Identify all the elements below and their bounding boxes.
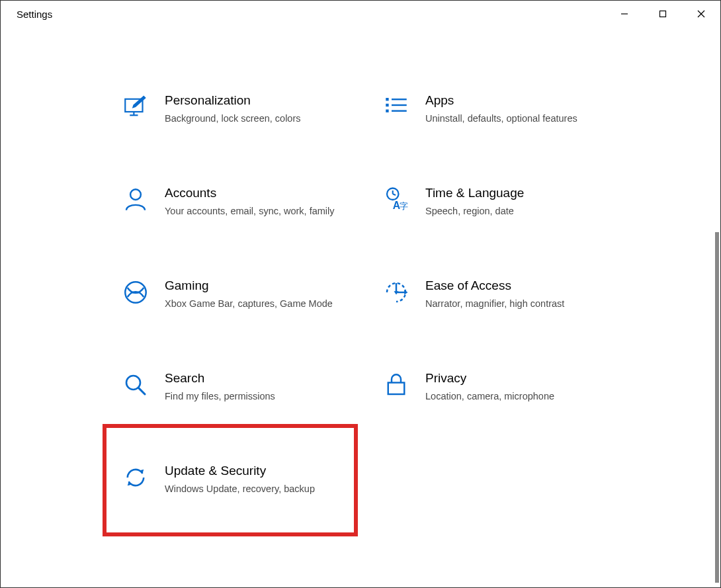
caption-buttons <box>605 1 720 27</box>
tile-desc: Windows Update, recovery, backup <box>165 482 337 496</box>
scrollbar[interactable] <box>715 232 719 583</box>
highlight-update-security: Update & Security Windows Update, recove… <box>103 424 358 536</box>
tile-update-security[interactable]: Update & Security Windows Update, recove… <box>113 457 347 510</box>
accounts-icon <box>122 186 149 214</box>
tile-desc: Speech, region, date <box>425 204 597 218</box>
tile-title: Gaming <box>165 278 341 293</box>
tile-desc: Uninstall, defaults, optional features <box>425 112 597 126</box>
time-language-icon: A 字 <box>382 186 410 214</box>
tile-title: Accounts <box>165 186 341 200</box>
svg-rect-1 <box>660 11 666 17</box>
update-security-icon <box>122 464 149 491</box>
tile-title: Personalization <box>165 93 341 108</box>
maximize-icon <box>658 9 667 19</box>
svg-line-16 <box>393 194 396 195</box>
tile-title: Ease of Access <box>425 278 601 293</box>
titlebar: Settings <box>1 1 720 27</box>
svg-rect-7 <box>386 98 388 101</box>
tile-privacy[interactable]: Privacy Location, camera, microphone <box>374 364 608 417</box>
tile-search[interactable]: Search Find my files, permissions <box>113 364 347 417</box>
tile-time-language[interactable]: A 字 Time & Language Speech, region, date <box>374 179 608 232</box>
tile-title: Update & Security <box>165 464 341 478</box>
tile-title: Search <box>165 371 341 386</box>
svg-rect-26 <box>388 383 405 395</box>
settings-content: Personalization Background, lock screen,… <box>1 27 720 510</box>
tile-desc: Narrator, magnifier, high contrast <box>425 297 597 311</box>
ease-of-access-icon <box>382 278 410 306</box>
tile-accounts[interactable]: Accounts Your accounts, email, sync, wor… <box>113 179 347 232</box>
privacy-icon <box>382 371 410 399</box>
tile-desc: Your accounts, email, sync, work, family <box>165 204 337 218</box>
svg-point-13 <box>130 189 141 200</box>
tile-apps[interactable]: Apps Uninstall, defaults, optional featu… <box>374 87 608 140</box>
maximize-button[interactable] <box>644 1 682 27</box>
minimize-icon <box>620 9 629 19</box>
settings-grid: Personalization Background, lock screen,… <box>113 87 608 510</box>
tile-gaming[interactable]: Gaming Xbox Game Bar, captures, Game Mod… <box>113 272 347 325</box>
window-title: Settings <box>17 9 52 20</box>
close-icon <box>697 9 706 19</box>
svg-line-25 <box>138 388 145 394</box>
apps-icon <box>382 93 410 121</box>
close-button[interactable] <box>682 1 720 27</box>
svg-text:字: 字 <box>400 201 408 211</box>
tile-desc: Xbox Game Bar, captures, Game Mode <box>165 297 337 311</box>
search-icon <box>122 371 149 399</box>
tile-title: Privacy <box>425 371 601 386</box>
personalization-icon <box>122 93 149 121</box>
minimize-button[interactable] <box>605 1 644 27</box>
tile-title: Apps <box>425 93 601 108</box>
gaming-icon <box>122 278 149 306</box>
tile-ease-of-access[interactable]: Ease of Access Narrator, magnifier, high… <box>374 272 608 325</box>
tile-desc: Background, lock screen, colors <box>165 112 337 126</box>
tile-desc: Find my files, permissions <box>165 390 337 403</box>
svg-rect-9 <box>386 110 388 112</box>
tile-desc: Location, camera, microphone <box>425 390 597 403</box>
svg-rect-8 <box>386 104 388 106</box>
tile-personalization[interactable]: Personalization Background, lock screen,… <box>113 87 347 140</box>
tile-title: Time & Language <box>425 186 601 200</box>
